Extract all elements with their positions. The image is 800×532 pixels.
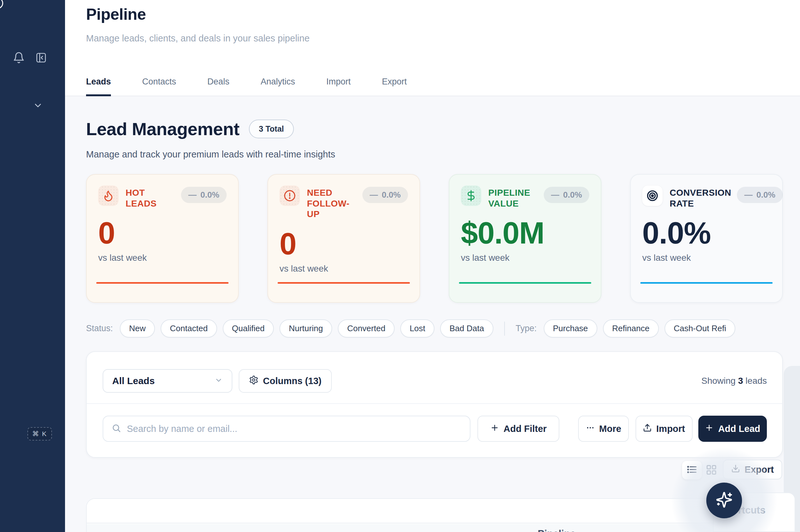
stat-card-need-follow-up: NEED FOLLOW-UP — 0.0% 0 vs last week [267, 174, 420, 303]
dash: — [370, 190, 378, 200]
target-icon [642, 186, 663, 206]
gear-icon [249, 375, 259, 387]
type-chip-cash-out-refi[interactable]: Cash-Out Refi [665, 319, 736, 338]
stat-card-conversion-rate: CONVERSION RATE — 0.0% 0.0% vs last week [630, 174, 783, 303]
table-header-row [87, 524, 782, 532]
page-subtitle: Manage leads, clients, and deals in your… [86, 33, 309, 44]
ai-assistant-fab[interactable] [706, 482, 742, 518]
app-screen: ⌘ K Pipeline Manage leads, clients, and … [0, 0, 800, 532]
logo-arc [0, 0, 3, 9]
change-badge: — 0.0% [544, 187, 589, 203]
section-title: Lead Management [86, 118, 240, 139]
add-lead-label: Add Lead [718, 424, 760, 434]
stat-value: $0.0M [461, 218, 589, 248]
change-value: 0.0% [756, 190, 775, 200]
add-filter-label: Add Filter [503, 424, 547, 434]
list-icon [687, 464, 697, 476]
status-chip-qualified[interactable]: Qualified [223, 319, 274, 338]
status-chip-nurturing[interactable]: Nurturing [280, 319, 332, 338]
columns-button[interactable]: Columns (13) [239, 369, 332, 393]
more-button[interactable]: More [578, 416, 629, 442]
accent-line [96, 282, 229, 284]
add-filter-button[interactable]: Add Filter [477, 416, 559, 442]
tab-deals[interactable]: Deals [208, 77, 229, 96]
stat-cards-row: HOT LEADS — 0.0% 0 vs last week NEED FOL… [86, 174, 783, 303]
dash: — [551, 190, 559, 200]
search-icon [112, 423, 121, 434]
stat-caption: vs last week [98, 253, 227, 263]
change-badge: — 0.0% [181, 187, 227, 203]
more-label: More [599, 424, 621, 434]
sparkles-icon [716, 491, 733, 510]
stat-value: 0.0% [642, 218, 771, 248]
dash: — [744, 190, 753, 200]
stat-value: 0 [280, 229, 408, 259]
stat-value: 0 [98, 218, 227, 248]
sidebar: ⌘ K [0, 0, 65, 532]
search-input[interactable] [127, 424, 461, 434]
stat-label: CONVERSION RATE [670, 187, 731, 209]
status-chip-new[interactable]: New [120, 319, 155, 338]
list-view-toggle[interactable] [682, 461, 702, 479]
chevron-down-icon [33, 100, 43, 112]
total-count-badge: 3 Total [249, 119, 294, 138]
search-box [103, 416, 471, 442]
table-card-header-space [87, 499, 782, 524]
bell-icon [13, 52, 25, 65]
page-title: Pipeline [86, 5, 146, 24]
columns-button-label: Columns (13) [263, 376, 322, 386]
export-label: Export [745, 464, 774, 475]
leads-view-select[interactable]: All Leads [103, 369, 232, 393]
leads-table-card: Pipeline [86, 498, 783, 532]
plus-icon [490, 423, 499, 435]
section-heading-row: Lead Management 3 Total [86, 118, 294, 139]
stat-card-hot-leads: HOT LEADS — 0.0% 0 vs last week [86, 174, 239, 303]
showing-count-text: Showing 3 leads [702, 376, 767, 386]
grid-icon [706, 464, 717, 477]
section-subtitle: Manage and track your premium leads with… [86, 149, 335, 160]
tab-import[interactable]: Import [326, 77, 351, 96]
tab-leads[interactable]: Leads [86, 77, 111, 96]
accent-line [459, 282, 591, 284]
stat-caption: vs last week [461, 253, 589, 263]
filter-chips-row: Status: New Contacted Qualified Nurturin… [86, 319, 735, 338]
tab-analytics[interactable]: Analytics [261, 77, 295, 96]
alert-circle-icon [280, 186, 300, 206]
status-chip-lost[interactable]: Lost [400, 319, 434, 338]
stat-label: NEED FOLLOW-UP [307, 187, 357, 220]
type-chip-refinance[interactable]: Refinance [603, 319, 659, 338]
dollar-icon [461, 186, 481, 206]
ellipsis-icon [586, 423, 595, 435]
change-badge: — 0.0% [362, 187, 408, 203]
tab-export[interactable]: Export [382, 77, 407, 96]
grid-view-toggle[interactable] [703, 462, 720, 479]
change-value: 0.0% [201, 190, 219, 200]
add-lead-button[interactable]: Add Lead [698, 416, 767, 442]
table-partial-text: Pipeline [538, 528, 576, 532]
accent-line [640, 282, 773, 284]
type-chip-purchase[interactable]: Purchase [544, 319, 597, 338]
upload-icon [643, 423, 652, 435]
change-value: 0.0% [563, 190, 582, 200]
stat-label: PIPELINE VALUE [488, 187, 538, 209]
import-label: Import [656, 424, 685, 434]
sidebar-expand-button[interactable] [31, 99, 45, 113]
status-chip-converted[interactable]: Converted [338, 319, 395, 338]
leads-toolbar-panel: All Leads Columns (13) Showing 3 leads [86, 351, 783, 458]
view-select-value: All Leads [112, 376, 155, 386]
panel-divider [87, 403, 782, 404]
filter-divider [504, 322, 505, 336]
export-button[interactable]: Export [723, 460, 782, 479]
status-chip-bad-data[interactable]: Bad Data [440, 319, 493, 338]
status-chip-contacted[interactable]: Contacted [160, 319, 217, 338]
notifications-button[interactable] [12, 51, 26, 66]
stat-caption: vs last week [642, 253, 771, 263]
collapse-sidebar-button[interactable] [34, 51, 49, 66]
stat-label: HOT LEADS [126, 187, 175, 209]
import-button[interactable]: Import [635, 416, 692, 442]
chevron-down-icon [214, 376, 223, 386]
command-k-shortcut[interactable]: ⌘ K [27, 427, 52, 440]
status-filter-label: Status: [86, 324, 113, 334]
download-icon [731, 464, 740, 475]
tab-contacts[interactable]: Contacts [142, 77, 176, 96]
